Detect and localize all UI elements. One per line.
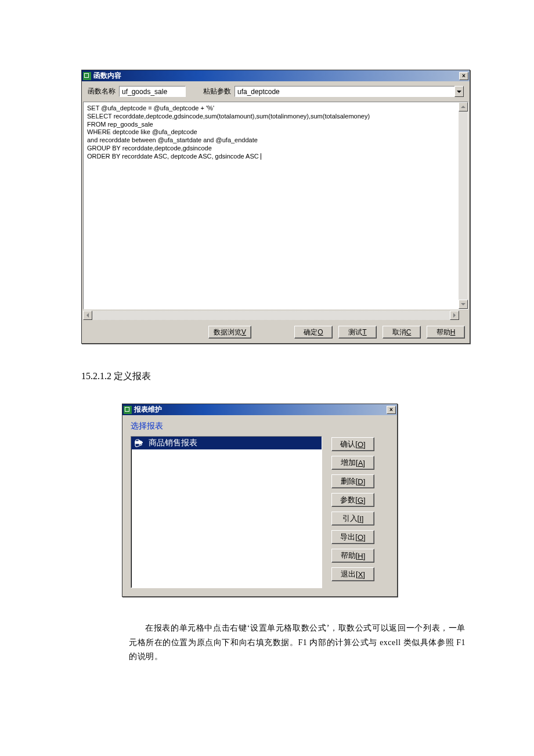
- function-name-label: 函数名称: [88, 87, 116, 96]
- ok-button[interactable]: 确定 O: [294, 326, 333, 339]
- dialog1-titlebar[interactable]: 函数内容 ×: [82, 70, 470, 81]
- chevron-down-icon[interactable]: [454, 86, 464, 97]
- report-listbox[interactable]: 商品销售报表: [131, 436, 322, 588]
- function-content-dialog: 函数内容 × 函数名称 粘贴参数 SET @ufa_deptcode = @uf…: [81, 70, 470, 344]
- help2-button[interactable]: 帮助[H]: [331, 549, 374, 563]
- list-item[interactable]: 商品销售报表: [131, 437, 322, 449]
- help-button[interactable]: 帮助 H: [427, 326, 465, 339]
- dialog2-titlebar[interactable]: 报表维护 ×: [122, 404, 397, 415]
- confirm-button[interactable]: 确认[O]: [331, 437, 374, 451]
- paste-param-input[interactable]: [234, 86, 455, 97]
- close-icon[interactable]: ×: [387, 406, 396, 414]
- dialog1-title: 函数内容: [93, 71, 121, 81]
- list-item-label: 商品销售报表: [149, 438, 197, 448]
- delete-button[interactable]: 删除[D]: [331, 474, 374, 488]
- report-maintain-dialog: 报表维护 × 选择报表 商品销售报表 确认[O] 增加[A] 删: [122, 404, 398, 597]
- function-name-input[interactable]: [119, 86, 186, 97]
- scroll-left-icon[interactable]: [83, 311, 92, 320]
- section-heading: 15.2.1.2 定义报表: [81, 370, 453, 383]
- sql-editor-wrap: SET @ufa_deptcode = @ufa_deptcode + '%' …: [83, 102, 468, 309]
- scroll-track-h[interactable]: [92, 311, 450, 320]
- body-paragraph: 在报表的单元格中点击右键‘设置单元格取数公式’，取数公式可以返回一个列表，一单元…: [129, 621, 466, 664]
- scroll-down-icon[interactable]: [459, 300, 468, 309]
- scroll-corner: [459, 311, 468, 320]
- close-icon[interactable]: ×: [459, 72, 468, 80]
- add-button[interactable]: 增加[A]: [331, 456, 374, 470]
- exit-button[interactable]: 退出[X]: [331, 567, 374, 581]
- cancel-button[interactable]: 取消 C: [383, 326, 421, 339]
- horizontal-scrollbar[interactable]: [83, 311, 459, 320]
- scroll-right-icon[interactable]: [450, 311, 459, 320]
- dialog2-button-column: 确认[O] 增加[A] 删除[D] 参数[G] 引入[I] 导出[O] 帮助[H…: [331, 436, 374, 588]
- data-browse-button[interactable]: 数据浏览 V: [208, 326, 251, 339]
- pointer-hand-icon: [134, 438, 145, 448]
- dialog2-title: 报表维护: [134, 405, 162, 415]
- param-button[interactable]: 参数[G]: [331, 493, 374, 507]
- paste-param-combo[interactable]: [234, 86, 464, 97]
- vertical-scrollbar[interactable]: [459, 102, 468, 309]
- scroll-track[interactable]: [459, 111, 468, 300]
- select-report-label: 选择报表: [131, 421, 389, 431]
- import-button[interactable]: 引入[I]: [331, 512, 374, 525]
- sql-editor[interactable]: SET @ufa_deptcode = @ufa_deptcode + '%' …: [84, 102, 459, 309]
- scroll-up-icon[interactable]: [459, 102, 468, 111]
- app-icon: [83, 72, 91, 80]
- export-button[interactable]: 导出[O]: [331, 530, 374, 544]
- test-button[interactable]: 测试 T: [338, 326, 377, 339]
- app-icon: [124, 406, 132, 414]
- dialog1-footer: 数据浏览 V 确定 O 测试 T 取消 C 帮助 H: [82, 321, 470, 343]
- paste-param-label: 粘贴参数: [203, 87, 231, 96]
- dialog1-toolbar: 函数名称 粘贴参数: [82, 81, 470, 102]
